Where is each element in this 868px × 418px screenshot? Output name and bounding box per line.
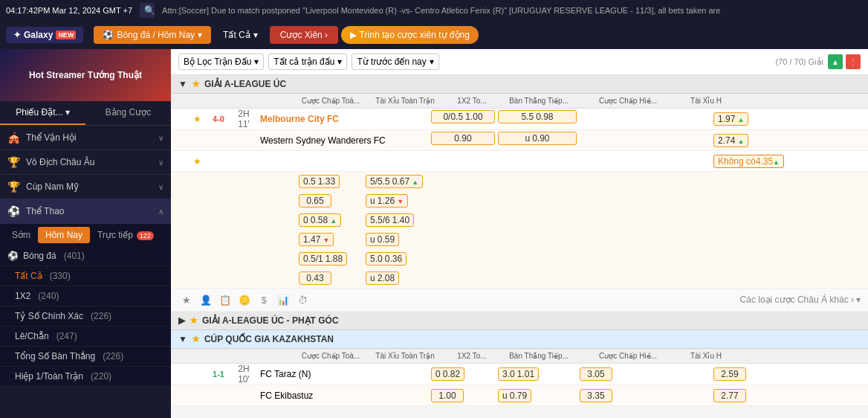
taixiu-col: 5.5 0.98 <box>496 109 578 129</box>
tab-som[interactable]: Sớm <box>4 227 38 243</box>
team2-name: Western Sydney Wanderers FC <box>256 130 430 150</box>
kaz-1x2-btn-1[interactable]: 3.05 <box>580 367 612 381</box>
tab-hom-nay[interactable]: Hôm Nay <box>38 227 90 243</box>
sub-tx-btn-2[interactable]: u 1.26 ▼ <box>366 194 408 208</box>
kaz-handicap-col: 0 0.82 <box>430 364 496 385</box>
expand-btn2[interactable] <box>171 130 189 150</box>
handicap-col: 0/0.5 1.00 <box>430 109 496 129</box>
galaxy-logo[interactable]: ✦ Galaxy NEW <box>6 27 83 43</box>
kaz-taixiu-col: 3.0 1.01 <box>496 364 578 385</box>
more-bets-link[interactable]: Các loại cược Châu Á khác › ▾ <box>740 295 861 305</box>
expand-btn-kaz[interactable] <box>171 364 189 385</box>
search-button[interactable]: 🔍 <box>140 3 155 18</box>
khong-co-btn[interactable]: Không có4.35▲ <box>713 155 784 168</box>
sport-item-bong-da[interactable]: ⚽ Bóng đá (401) <box>0 246 171 266</box>
kaz-tx-btn-2[interactable]: u 0.79 <box>498 389 531 402</box>
cuoc-xien-button[interactable]: Cược Xiên › <box>270 26 338 44</box>
tab-phieu-dat[interactable]: Phiếu Đặt... ▾ <box>0 101 85 125</box>
cuocchap-btn-2[interactable]: 2.74 ▲ <box>713 134 748 147</box>
person-icon[interactable]: 👤 <box>198 292 214 308</box>
kaz-time: 2H 10' <box>232 364 256 385</box>
expand-btn-kaz2[interactable] <box>171 385 189 405</box>
sub-arrow-4: ▼ <box>323 237 329 244</box>
sub-odds-row-2: 0.65 u 1.26 ▼ <box>171 191 868 210</box>
fav-star-kaz2[interactable] <box>189 385 205 405</box>
sub-tx-btn-4[interactable]: u 0.59 <box>366 233 399 246</box>
sidebar-item-cup-nam-my[interactable]: 🏆 Cúp Nam Mỹ ∨ <box>0 175 171 199</box>
fav-star[interactable]: ★ <box>189 109 205 129</box>
sub-tx-btn-6[interactable]: u 2.08 <box>366 271 399 285</box>
sub-h-btn-2[interactable]: 0.65 <box>299 194 331 208</box>
sub-h-1: 0.5 1.33 <box>297 173 364 190</box>
sport-item-le-chan[interactable]: Lê/Chẵn (247) <box>0 327 171 347</box>
sort-asc-icon[interactable]: ▲ <box>828 54 843 69</box>
kaz-h-btn-2[interactable]: 1.00 <box>431 389 464 402</box>
chevron-down-icon7: ▾ <box>430 57 434 67</box>
sub-h-6: 0.43 <box>297 270 364 286</box>
nav-tab-sport[interactable]: ⚽ Bóng đá / Hôm Nay ▾ <box>94 26 211 44</box>
sidebar-item-the-thao[interactable]: ⚽ Thể Thao ∧ <box>0 199 171 224</box>
nav-tab-tatca[interactable]: Tất Cả ▾ <box>214 26 267 44</box>
content-area: Bộ Lọc Trận Đấu ▾ Tất cả trận đấu ▾ Từ t… <box>171 49 868 418</box>
sport-item-tat-ca[interactable]: Tất Cả (330) <box>0 266 171 286</box>
handicap-btn-1[interactable]: 0/0.5 1.00 <box>431 110 495 123</box>
league-header-kazakhstan[interactable]: ▼ ★ CÚP QUỐC GIA KAZAKHSTAN <box>171 330 868 349</box>
sub-tx-btn-5[interactable]: 5.0 0.36 <box>366 252 407 266</box>
cuocchap-btn-1[interactable]: 1.97 ▲ <box>713 112 748 126</box>
sport-item-hiep1[interactable]: Hiệp 1/Toàn Trận (220) <box>0 367 171 387</box>
kaz-1x2-btn-2[interactable]: 3.35 <box>580 389 612 402</box>
sub-tx-1: 5/5.5 0.67 ▲ <box>364 173 446 190</box>
kaz-1x2-col: 3.05 <box>578 364 630 385</box>
fav-star2[interactable] <box>189 130 205 150</box>
filter-time[interactable]: Từ trước đến nay ▾ <box>352 54 438 70</box>
sub-tx-btn-1[interactable]: 5/5.5 0.67 ▲ <box>366 175 423 188</box>
soccer-ball-icon: ⚽ <box>103 30 114 40</box>
tab-bang-cuoc[interactable]: Bảng Cược <box>85 101 171 125</box>
clock-icon[interactable]: ⏱ <box>294 292 311 308</box>
sport-item-tong-so[interactable]: Tổng Số Bàn Thắng (226) <box>0 347 171 367</box>
match-row-melbourne-3: ★ Không có4.35▲ <box>171 151 868 172</box>
sort-desc-icon[interactable]: ⋮ <box>846 54 861 69</box>
taixiu-btn-2[interactable]: u 0.90 <box>498 132 577 145</box>
ch-banthang-kaz: Bàn Thắng Tiếp... <box>498 350 580 361</box>
sub-h-btn-1[interactable]: 0.5 1.33 <box>299 175 340 188</box>
sub-h-btn-4[interactable]: 1.47 ▼ <box>299 233 334 246</box>
taixiu-btn-1[interactable]: 5.5 0.98 <box>498 110 577 123</box>
filter-tat-ca[interactable]: Tất cả trận đấu ▾ <box>268 54 347 70</box>
handicap-btn-2[interactable]: 0.90 <box>431 132 495 145</box>
sidebar-item-vo-dich-chau-au[interactable]: 🏆 Vô Địch Châu Âu ∨ <box>0 150 171 175</box>
kaz-banthang-col2 <box>630 385 712 405</box>
sub-tx-btn-3[interactable]: 5.5/6 1.40 <box>366 213 414 227</box>
expand-btn[interactable] <box>171 109 189 129</box>
kaz-cuocchap-btn-2[interactable]: 2.77 <box>713 389 746 402</box>
list-icon[interactable]: 📋 <box>217 292 233 308</box>
tab-truc-tiep[interactable]: Trực tiếp 122 <box>90 227 161 243</box>
sub-odds-row-3: 0 0.58 ▲ 5.5/6 1.40 <box>171 210 868 230</box>
sub-h-btn-5[interactable]: 0.5/1 1.88 <box>299 252 347 266</box>
expand-btn3[interactable] <box>171 151 189 171</box>
sub-h-btn-6[interactable]: 0.43 <box>299 271 331 285</box>
banthang-col2 <box>630 130 712 150</box>
star-icon5: ★ <box>192 334 200 344</box>
kaz-tx-btn-1[interactable]: 3.0 1.01 <box>498 367 539 381</box>
star-icon3[interactable]: ★ <box>178 292 195 308</box>
fav-star3[interactable]: ★ <box>189 151 205 171</box>
auto-bet-button[interactable]: ▶ Trình tạo cược xiên tự động <box>341 26 479 44</box>
sub-h-btn-3[interactable]: 0 0.58 ▲ <box>299 213 341 227</box>
kaz-h-btn-1[interactable]: 0 0.82 <box>431 367 464 381</box>
sidebar-item-the-van-hoi[interactable]: 🎪 Thể Vận Hội ∨ <box>0 126 171 150</box>
filter-tran-dau[interactable]: Bộ Lọc Trận Đấu ▾ <box>178 54 264 70</box>
league-header-penalty[interactable]: ▶ ★ GIẢI A-LEAGUE ÚC - PHẠT GÓC <box>171 312 868 330</box>
fav-star-kaz[interactable] <box>189 364 205 385</box>
sub-odds-row-6: 0.43 u 2.08 <box>171 269 868 288</box>
sport-item-ty-so[interactable]: Tỷ Số Chính Xác (226) <box>0 306 171 327</box>
coin-icon[interactable]: 🪙 <box>236 292 253 308</box>
sub-odds-section: 0.5 1.33 5/5.5 0.67 ▲ 0.65 <box>171 172 868 289</box>
dollar-icon[interactable]: $ <box>256 292 272 308</box>
sport-item-1x2[interactable]: 1X2 (240) <box>0 286 171 306</box>
chart-icon[interactable]: 📊 <box>275 292 291 308</box>
kaz-cuocchap-btn-1[interactable]: 2.59 <box>713 367 746 381</box>
sub-tx-5: 5.0 0.36 <box>364 251 446 267</box>
more-bets-icons: ★ 👤 📋 🪙 $ 📊 ⏱ <box>178 292 311 308</box>
league-header-aleague[interactable]: ▼ ★ GIẢI A-LEAGUE ÚC <box>171 75 868 94</box>
